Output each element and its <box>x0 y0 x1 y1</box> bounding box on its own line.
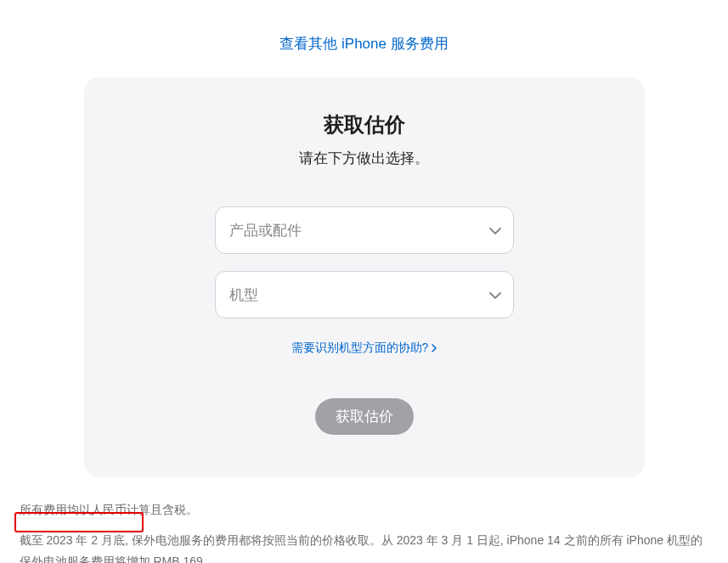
chevron-down-icon <box>489 222 501 239</box>
model-select-placeholder: 机型 <box>229 285 258 305</box>
footer-price-notice: 截至 2023 年 2 月底, 保外电池服务的费用都将按照当前的价格收取。从 2… <box>20 530 713 563</box>
help-link-label: 需要识别机型方面的协助? <box>291 341 429 356</box>
identify-model-help-link[interactable]: 需要识别机型方面的协助? <box>291 341 437 356</box>
view-other-services-link[interactable]: 查看其他 iPhone 服务费用 <box>279 36 448 52</box>
footer-tax-note: 所有费用均以人民币计算且含税。 <box>20 503 713 518</box>
chevron-right-icon <box>432 341 437 355</box>
get-estimate-button[interactable]: 获取估价 <box>315 398 414 435</box>
card-subtitle: 请在下方做出选择。 <box>118 149 611 168</box>
model-select[interactable]: 机型 <box>215 271 514 318</box>
chevron-down-icon <box>489 286 501 303</box>
footer-text: 所有费用均以人民币计算且含税。 截至 2023 年 2 月底, 保外电池服务的费… <box>16 503 713 563</box>
estimate-card: 获取估价 请在下方做出选择。 产品或配件 机型 需要识别机型方面的协助? 获取估… <box>84 77 645 477</box>
card-title: 获取估价 <box>118 111 611 138</box>
product-select-placeholder: 产品或配件 <box>229 221 302 240</box>
product-select[interactable]: 产品或配件 <box>215 206 514 254</box>
